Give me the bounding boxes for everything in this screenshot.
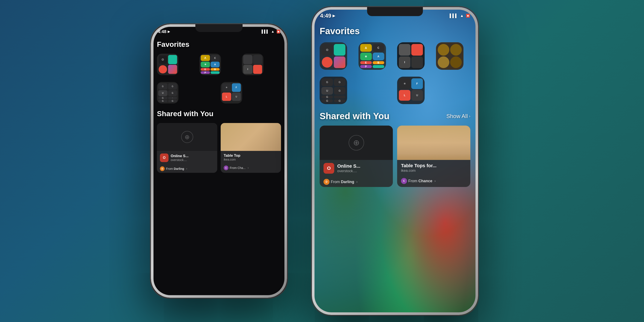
back-signal-icon: ▌▌▌	[262, 30, 269, 34]
back-from-chevron-2: ›	[248, 166, 248, 169]
front-signal-icon: ▌▌▌	[450, 14, 458, 18]
front-battery-icon: ■	[466, 14, 470, 18]
back-f5-app4: U	[232, 92, 241, 101]
back-notch	[195, 24, 242, 32]
front-show-all-chevron: ›	[469, 114, 470, 118]
front-folder-6[interactable]: ✳ F L U	[397, 77, 424, 104]
back-folders-row1: ⊙ A C ✳ A E B P	[157, 54, 281, 75]
front-folder-1[interactable]: ⊙	[320, 42, 347, 70]
back-f2-app2: C	[210, 55, 220, 61]
front-show-all[interactable]: Show All ›	[446, 113, 470, 120]
back-card-1[interactable]: ⊕ O Online S... overstock....	[157, 123, 217, 173]
front-f1-app1: ⊙	[321, 44, 333, 56]
front-f5-app8: G	[334, 100, 346, 102]
front-wifi-icon: ▲	[460, 14, 464, 18]
back-folder-5[interactable]: ✳ F L U	[221, 82, 242, 104]
front-card-2-avatar: C	[401, 178, 407, 184]
front-f5-app7: G	[321, 100, 333, 102]
front-screen: 4:49 ▶ ▌▌▌ ▲ ■ Favorites ⊙	[312, 7, 478, 315]
front-f2-app8	[373, 65, 384, 68]
back-card-2-avatar: C	[224, 166, 228, 170]
front-folder-2[interactable]: A C ✳ A E B P	[358, 42, 386, 70]
phone-front: 4:49 ▶ ▌▌▌ ▲ ■ Favorites ⊙	[311, 6, 479, 316]
front-f5-app3: U	[321, 87, 333, 95]
front-f2-app2: C	[373, 44, 384, 52]
front-from-chevron-1: ›	[356, 180, 358, 184]
phone-back: 4:48 ▶ ▌▌▌ ▲ ■ Favorites ⊙	[150, 24, 288, 298]
front-f6-app2: F	[411, 78, 423, 89]
front-f3-app3: I	[399, 56, 410, 68]
back-f3-app3: I	[243, 65, 252, 74]
front-f5-app6	[334, 96, 346, 98]
front-folder-5[interactable]: G G U G G G G	[320, 77, 347, 104]
back-card-2[interactable]: Table Top ikea.com C From Cha... ›	[221, 123, 281, 173]
front-f2-app7: P	[360, 65, 372, 68]
back-from-chance-label: From Cha...	[230, 166, 246, 170]
front-status-right: ▌▌▌ ▲ ■	[450, 14, 470, 18]
back-f2-app1: A	[201, 55, 210, 61]
back-f3-app2	[253, 55, 262, 64]
back-f2-app5: E	[201, 68, 210, 71]
front-f4-app4	[450, 56, 462, 68]
front-card-1-image: ⊕	[320, 126, 393, 160]
back-f4-app6: ·	[168, 97, 177, 99]
back-f4-app5: G	[158, 97, 168, 99]
front-card-2[interactable]: Table Tops for... ikea.com C From Chance…	[397, 126, 470, 187]
front-card-2-from[interactable]: C From Chance ›	[397, 176, 470, 186]
back-card-2-from[interactable]: C From Cha... ›	[221, 164, 281, 172]
front-show-all-label: Show All	[446, 113, 468, 120]
front-from-chevron-2: ›	[434, 179, 436, 183]
front-card-1-sub: overstock....	[337, 169, 389, 173]
back-wifi-icon: ▲	[271, 30, 274, 34]
back-folder-3[interactable]: I	[242, 54, 264, 75]
front-notch	[367, 7, 423, 16]
back-location-icon: ▶	[168, 30, 170, 33]
front-card-2-title: Table Tops for...	[401, 163, 466, 168]
front-from-chance-label: From Chance	[408, 179, 432, 183]
back-f2-app4: A	[210, 62, 220, 68]
back-from-chevron-1: ›	[186, 167, 187, 170]
front-card-1[interactable]: ⊕ O Online S... overstock....	[320, 126, 393, 187]
front-folder-3[interactable]: I	[397, 42, 424, 70]
front-card-1-logo: O	[324, 163, 334, 174]
front-f6-app1: ✳	[399, 78, 410, 89]
front-content: Favorites ⊙ A C ✳ A	[312, 21, 478, 315]
back-folder-4[interactable]: G G U G G · G G	[157, 82, 178, 104]
front-f2-app4: A	[373, 52, 384, 60]
front-f2-app3: ✳	[360, 52, 372, 60]
front-compass-icon: ⊕	[348, 135, 364, 150]
back-folders-row2: G G U G G · G G ✳ F L U	[157, 82, 281, 104]
front-folders-row2: G G U G G G G ✳ F L U	[320, 77, 470, 104]
front-folder-4[interactable]	[436, 42, 464, 70]
back-card-2-image	[221, 123, 281, 151]
back-folder-2[interactable]: A C ✳ A E B P	[200, 54, 221, 75]
back-f4-app2: G	[168, 83, 177, 90]
back-f2-app7: P	[201, 71, 210, 74]
front-f4-app3	[438, 56, 449, 68]
back-shared-cards: ⊕ O Online S... overstock....	[157, 123, 281, 173]
back-card-2-title: Table Top	[224, 154, 278, 158]
back-f2-app8	[210, 71, 220, 74]
front-f6-app4: U	[411, 90, 423, 101]
back-battery-icon: ■	[277, 30, 280, 34]
front-card-2-image	[397, 126, 470, 160]
back-f1-app4	[168, 65, 177, 74]
front-card-2-info: Table Tops for... ikea.com	[397, 160, 470, 176]
back-favorites-title: Favorites	[157, 40, 281, 48]
front-card-1-from[interactable]: D From Darling ›	[320, 177, 393, 187]
back-card-2-text: Table Top ikea.com	[224, 154, 278, 161]
back-card-1-title: Online S...	[171, 154, 214, 158]
back-f2-app6: B	[210, 68, 220, 71]
back-shared-title: Shared with You	[157, 110, 281, 118]
back-f3-app4	[253, 65, 262, 74]
back-f1-app1: ⊙	[158, 55, 168, 64]
back-folder-1[interactable]: ⊙	[157, 54, 178, 75]
front-card-1-info: O Online S... overstock....	[320, 160, 393, 177]
back-content: Favorites ⊙ A C ✳ A	[151, 36, 287, 298]
back-card-1-from[interactable]: D From Darling ›	[157, 165, 217, 173]
front-f6-app3: L	[399, 90, 410, 101]
back-card-1-avatar: D	[160, 166, 165, 171]
front-f4-app1	[438, 44, 449, 56]
front-card-1-avatar: D	[324, 179, 330, 185]
back-card-1-logo: O	[160, 154, 168, 162]
